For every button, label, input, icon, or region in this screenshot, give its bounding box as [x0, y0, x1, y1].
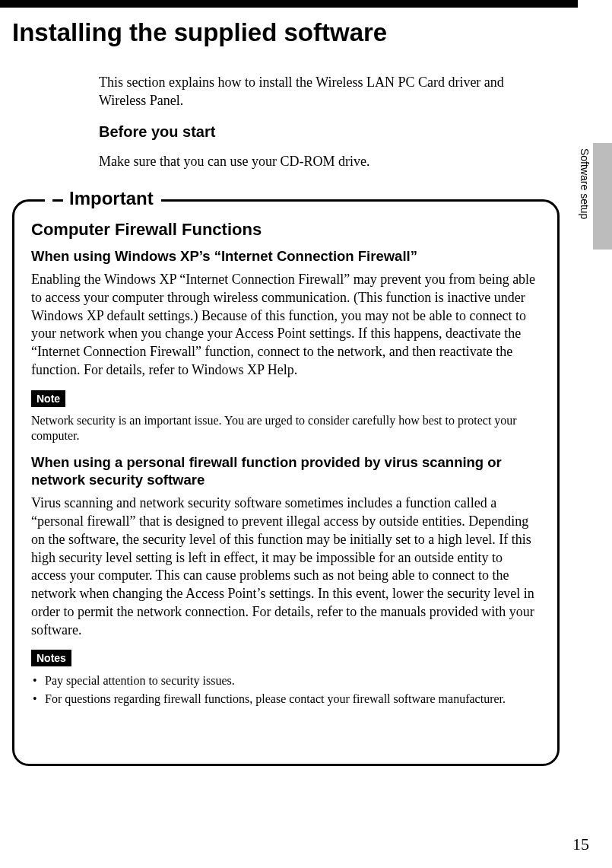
page: Installing the supplied software This se…: [0, 0, 612, 868]
notes-item: Pay special attention to security issues…: [31, 672, 541, 689]
section-tab: [593, 143, 612, 250]
important-label: Important: [69, 188, 154, 209]
note-badge: Note: [31, 390, 65, 407]
notes-item: For questions regarding firewall functio…: [31, 691, 541, 707]
page-number: 15: [572, 835, 589, 854]
personal-firewall-heading: When using a personal firewall function …: [31, 453, 541, 488]
intro-paragraph: This section explains how to install the…: [99, 73, 547, 110]
page-title: Installing the supplied software: [12, 18, 575, 47]
windows-xp-firewall-paragraph: Enabling the Windows XP “Internet Connec…: [31, 271, 541, 380]
notes-list: Pay special attention to security issues…: [31, 672, 541, 707]
section-tab-label: Software setup: [579, 148, 591, 219]
header-rule: [0, 0, 578, 8]
before-you-start-heading: Before you start: [99, 123, 547, 141]
important-leader-rule: [52, 199, 63, 202]
note-text: Network security is an important issue. …: [31, 413, 541, 445]
important-label-wrap: Important: [45, 188, 161, 209]
important-box: Important Computer Firewall Functions Wh…: [12, 199, 560, 766]
notes-badge: Notes: [31, 650, 71, 666]
firewall-functions-heading: Computer Firewall Functions: [31, 220, 541, 240]
windows-xp-firewall-heading: When using Windows XP’s “Internet Connec…: [31, 247, 541, 265]
before-you-start-text: Make sure that you can use your CD-ROM d…: [99, 152, 547, 170]
personal-firewall-paragraph: Virus scanning and network security soft…: [31, 494, 541, 639]
